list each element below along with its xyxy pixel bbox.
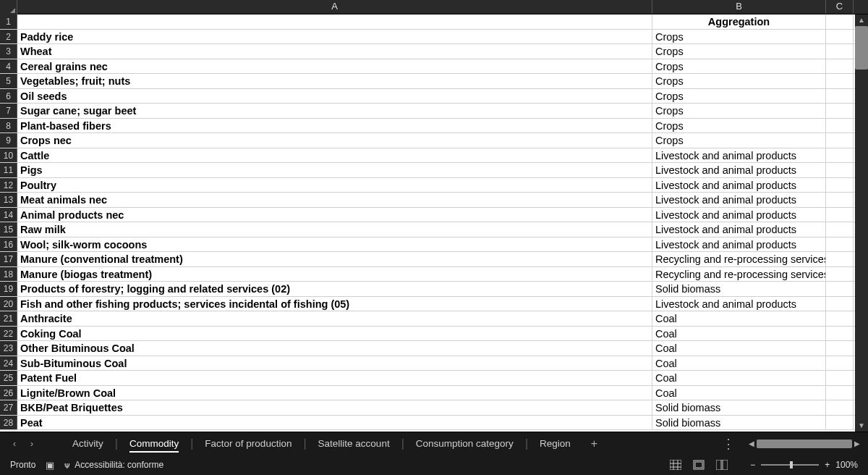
cell-b[interactable]: Recycling and re-processing services: [652, 252, 826, 266]
row-header[interactable]: 13: [0, 193, 17, 207]
row-header[interactable]: 27: [0, 400, 17, 415]
row-header[interactable]: 4: [0, 59, 17, 74]
cell-a[interactable]: Poultry: [17, 178, 652, 193]
row-header[interactable]: 6: [0, 89, 17, 104]
row-header[interactable]: 14: [0, 208, 17, 222]
sheet-tab[interactable]: Consumption category: [406, 434, 524, 454]
cell-c[interactable]: [826, 222, 854, 237]
cell-b[interactable]: Crops: [652, 59, 826, 74]
cell-a[interactable]: Patent Fuel: [17, 371, 652, 385]
cell-a1[interactable]: [17, 14, 652, 29]
cell-b[interactable]: Coal: [652, 341, 826, 356]
tab-next-icon[interactable]: ›: [23, 435, 41, 453]
cell-c[interactable]: [826, 104, 854, 118]
cell-a[interactable]: Fish and other fishing products; service…: [17, 297, 652, 311]
cell-c[interactable]: [826, 74, 854, 88]
cell-b1[interactable]: Aggregation: [652, 14, 826, 29]
cell-c[interactable]: [826, 267, 854, 282]
cell-c1[interactable]: [826, 14, 854, 29]
cell-c[interactable]: [826, 238, 854, 252]
cell-b[interactable]: Coal: [652, 386, 826, 400]
cell-b[interactable]: Livestock and animal products: [652, 148, 826, 163]
row-header[interactable]: 18: [0, 267, 17, 282]
cell-c[interactable]: [826, 282, 854, 296]
cell-c[interactable]: [826, 133, 854, 148]
cell-a[interactable]: Peat: [17, 416, 652, 430]
cell-a[interactable]: Paddy rice: [17, 30, 652, 44]
row-header[interactable]: 5: [0, 74, 17, 88]
row-header[interactable]: 24: [0, 356, 17, 371]
cell-c[interactable]: [826, 178, 854, 193]
vertical-scrollbar[interactable]: ▲ ▼: [855, 14, 868, 432]
cell-b[interactable]: Livestock and animal products: [652, 238, 826, 252]
zoom-value[interactable]: 100%: [835, 460, 858, 470]
scroll-down-icon[interactable]: ▼: [855, 420, 868, 432]
row-header[interactable]: 16: [0, 238, 17, 252]
hscroll-track[interactable]: [757, 440, 852, 448]
cell-c[interactable]: [826, 30, 854, 44]
cell-b[interactable]: Solid biomass: [652, 400, 826, 415]
cell-a[interactable]: Manure (conventional treatment): [17, 252, 652, 266]
hscroll-left-icon[interactable]: ◀: [746, 440, 757, 447]
view-page-break-icon[interactable]: [714, 458, 730, 471]
cell-c[interactable]: [826, 386, 854, 400]
row-header[interactable]: 22: [0, 327, 17, 341]
zoom-in-button[interactable]: +: [825, 460, 830, 470]
scroll-up-icon[interactable]: ▲: [855, 14, 868, 26]
row-header[interactable]: 11: [0, 163, 17, 177]
cell-b[interactable]: Coal: [652, 327, 826, 341]
cell-a[interactable]: Raw milk: [17, 222, 652, 237]
cell-a[interactable]: Pigs: [17, 163, 652, 177]
cell-c[interactable]: [826, 208, 854, 222]
row-header[interactable]: 3: [0, 44, 17, 59]
tab-prev-icon[interactable]: ‹: [6, 435, 23, 453]
row-header[interactable]: 17: [0, 252, 17, 266]
zoom-out-button[interactable]: −: [750, 460, 755, 470]
cell-c[interactable]: [826, 327, 854, 341]
sheet-tab[interactable]: Region: [529, 434, 581, 454]
cell-c[interactable]: [826, 59, 854, 74]
column-header-a[interactable]: A: [17, 0, 652, 14]
row-header[interactable]: 1: [0, 14, 17, 29]
status-macro[interactable]: ▣: [46, 460, 54, 471]
row-header[interactable]: 9: [0, 133, 17, 148]
cell-c[interactable]: [826, 356, 854, 371]
cell-a[interactable]: Products of forestry; logging and relate…: [17, 282, 652, 296]
cell-a[interactable]: Wheat: [17, 44, 652, 59]
cell-a[interactable]: Anthracite: [17, 311, 652, 326]
view-page-layout-icon[interactable]: [691, 458, 707, 471]
cell-b[interactable]: Livestock and animal products: [652, 193, 826, 207]
status-accessibility[interactable]: ᴪ Accessibilità: conforme: [64, 460, 163, 471]
cell-a[interactable]: Meat animals nec: [17, 193, 652, 207]
hscroll-thumb[interactable]: [757, 440, 852, 448]
cell-b[interactable]: Coal: [652, 371, 826, 385]
cell-b[interactable]: Coal: [652, 356, 826, 371]
row-header[interactable]: 28: [0, 416, 17, 430]
cell-c[interactable]: [826, 44, 854, 59]
vscroll-track[interactable]: [855, 26, 868, 420]
cell-b[interactable]: Livestock and animal products: [652, 178, 826, 193]
cell-a[interactable]: Oil seeds: [17, 89, 652, 104]
cell-c[interactable]: [826, 400, 854, 415]
cell-c[interactable]: [826, 297, 854, 311]
column-header-c[interactable]: C: [826, 0, 854, 14]
cell-c[interactable]: [826, 341, 854, 356]
row-header[interactable]: 19: [0, 282, 17, 296]
cell-b[interactable]: Crops: [652, 74, 826, 88]
zoom-slider[interactable]: [761, 464, 819, 466]
sheet-tab[interactable]: Commodity: [119, 434, 189, 454]
cell-b[interactable]: Livestock and animal products: [652, 297, 826, 311]
cell-a[interactable]: Vegetables; fruit; nuts: [17, 74, 652, 88]
row-header[interactable]: 12: [0, 178, 17, 193]
cell-b[interactable]: Recycling and re-processing services: [652, 267, 826, 282]
cell-c[interactable]: [826, 89, 854, 104]
select-all-corner[interactable]: [0, 0, 17, 14]
row-header[interactable]: 10: [0, 148, 17, 163]
cell-a[interactable]: Other Bituminous Coal: [17, 341, 652, 356]
cell-b[interactable]: Crops: [652, 119, 826, 133]
row-header[interactable]: 8: [0, 119, 17, 133]
cell-a[interactable]: Lignite/Brown Coal: [17, 386, 652, 400]
cell-b[interactable]: Crops: [652, 44, 826, 59]
cell-b[interactable]: Crops: [652, 30, 826, 44]
cell-a[interactable]: Plant-based fibers: [17, 119, 652, 133]
